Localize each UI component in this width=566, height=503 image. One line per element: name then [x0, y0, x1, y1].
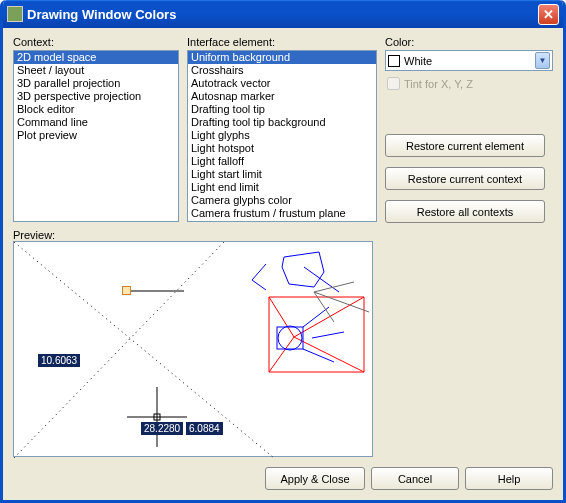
iface-listbox[interactable]: Uniform backgroundCrosshairsAutotrack ve…	[187, 50, 377, 222]
dimension-readout-x1: 28.2280	[141, 422, 183, 435]
app-icon	[7, 6, 23, 22]
list-item[interactable]: Command line	[14, 116, 178, 129]
list-item[interactable]: Camera frustum / frustum plane	[188, 207, 376, 220]
svg-line-6	[269, 297, 294, 337]
grip-icon	[122, 286, 131, 295]
list-item[interactable]: Drafting tool tip	[188, 103, 376, 116]
cancel-button[interactable]: Cancel	[371, 467, 459, 490]
color-combo[interactable]: White ▼	[385, 50, 553, 71]
tint-label: Tint for X, Y, Z	[404, 78, 473, 90]
list-item[interactable]: Autosnap marker	[188, 90, 376, 103]
help-button[interactable]: Help	[465, 467, 553, 490]
list-item[interactable]: Light end limit	[188, 181, 376, 194]
list-item[interactable]: Light glyphs	[188, 129, 376, 142]
dimension-readout-x2: 6.0884	[186, 422, 223, 435]
color-value: White	[404, 55, 535, 67]
list-item[interactable]: Plot preview	[14, 129, 178, 142]
svg-point-12	[278, 326, 302, 350]
restore-button-group: Restore current element Restore current …	[385, 134, 553, 223]
svg-line-9	[269, 337, 294, 372]
svg-line-16	[314, 282, 354, 292]
color-column: Color: White ▼ Tint for X, Y, Z Restore …	[385, 36, 553, 223]
svg-line-14	[303, 349, 334, 362]
list-item[interactable]: Block editor	[14, 103, 178, 116]
iface-column: Interface element: Uniform backgroundCro…	[187, 36, 377, 223]
restore-all-button[interactable]: Restore all contexts	[385, 200, 545, 223]
iface-label: Interface element:	[187, 36, 377, 48]
preview-pane: 10.6063 28.2280 6.0884	[13, 241, 373, 457]
chevron-down-icon: ▼	[535, 52, 550, 69]
list-item[interactable]: 3D parallel projection	[14, 77, 178, 90]
dimension-readout-y: 10.6063	[38, 354, 80, 367]
svg-line-15	[312, 332, 344, 338]
tint-checkbox	[387, 77, 400, 90]
list-item[interactable]: Drafting tool tip background	[188, 116, 376, 129]
svg-line-18	[314, 292, 369, 312]
context-label: Context:	[13, 36, 179, 48]
close-icon: ✕	[543, 7, 554, 22]
context-listbox[interactable]: 2D model spaceSheet / layout3D parallel …	[13, 50, 179, 222]
dialog-content: Context: 2D model spaceSheet / layout3D …	[3, 28, 563, 461]
tint-row: Tint for X, Y, Z	[385, 77, 553, 90]
svg-line-7	[294, 297, 364, 337]
list-item[interactable]: 3D perspective projection	[14, 90, 178, 103]
list-item[interactable]: Light hotspot	[188, 142, 376, 155]
color-swatch	[388, 55, 400, 67]
list-item[interactable]: 2D model space	[14, 51, 178, 64]
list-item[interactable]: Autotrack vector	[188, 77, 376, 90]
svg-line-8	[294, 337, 364, 372]
close-button[interactable]: ✕	[538, 4, 559, 25]
list-item[interactable]: Uniform background	[188, 51, 376, 64]
restore-element-button[interactable]: Restore current element	[385, 134, 545, 157]
svg-line-10	[304, 267, 339, 292]
window-title: Drawing Window Colors	[27, 7, 538, 22]
dialog-window: Drawing Window Colors ✕ Context: 2D mode…	[0, 0, 566, 503]
preview-label: Preview:	[13, 229, 553, 241]
restore-context-button[interactable]: Restore current context	[385, 167, 545, 190]
context-column: Context: 2D model spaceSheet / layout3D …	[13, 36, 179, 223]
list-item[interactable]: Camera glyphs color	[188, 194, 376, 207]
list-item[interactable]: Light start limit	[188, 168, 376, 181]
dialog-footer: Apply & Close Cancel Help	[3, 461, 563, 500]
list-item[interactable]: Crosshairs	[188, 64, 376, 77]
list-item[interactable]: Light falloff	[188, 155, 376, 168]
titlebar[interactable]: Drawing Window Colors ✕	[3, 0, 563, 28]
apply-close-button[interactable]: Apply & Close	[265, 467, 365, 490]
color-label: Color:	[385, 36, 553, 48]
list-item[interactable]: Sheet / layout	[14, 64, 178, 77]
